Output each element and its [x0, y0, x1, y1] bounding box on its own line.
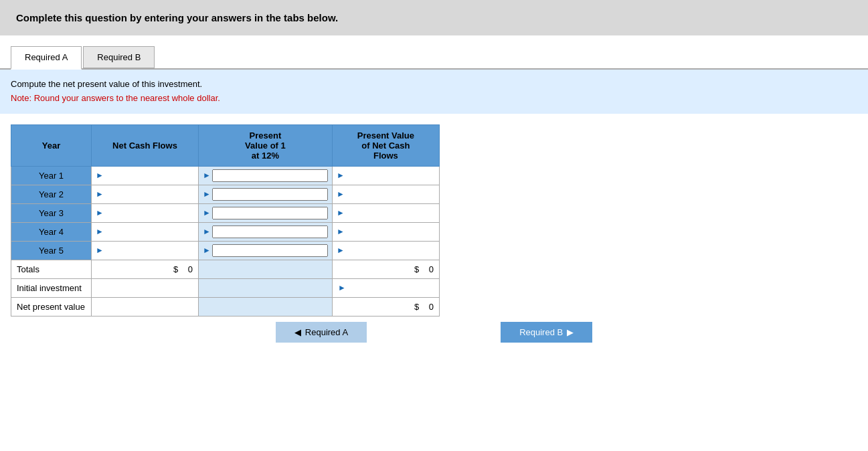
pv1-cell-2: ► — [199, 185, 333, 203]
npv-value-cell: $ 0 — [332, 297, 439, 316]
pv1-cell-5: ► — [199, 241, 333, 260]
tab-required-a[interactable]: Required A — [11, 46, 82, 70]
initial-ncf-empty — [92, 278, 199, 297]
tab-required-b[interactable]: Required B — [83, 46, 155, 68]
instructions-note: Note: Round your answers to the nearest … — [11, 92, 857, 106]
pvncf-cell-2: ► — [332, 185, 439, 203]
totals-label: Totals — [11, 260, 92, 278]
pvncf-cell-1: ► — [332, 166, 439, 185]
pvncf-cell-5: ► — [332, 241, 439, 260]
ncf-input-4[interactable] — [105, 227, 194, 237]
ncf-cell-1: ► — [92, 166, 199, 185]
initial-pvncf-cell: ► — [332, 278, 439, 297]
pvncf-cell-3: ► — [332, 203, 439, 222]
pv1-input-2[interactable] — [212, 188, 328, 201]
arrow-icon-pv1-5: ► — [203, 246, 211, 255]
next-button[interactable]: Required B ▶ — [501, 322, 592, 343]
totals-pvncf-value: 0 — [429, 264, 434, 274]
arrow-icon-pvncf-4: ► — [337, 227, 345, 236]
table-row: Year 5 ► ► ► — [11, 241, 440, 260]
npv-table: Year Net Cash Flows PresentValue of 1at … — [11, 124, 440, 317]
instructions-main: Compute the net present value of this in… — [11, 78, 857, 92]
arrow-icon-2: ► — [96, 189, 104, 199]
initial-pvncf-input[interactable] — [347, 283, 434, 293]
npv-dollar: $ — [414, 302, 419, 312]
pv1-input-5[interactable] — [212, 244, 328, 257]
arrow-icon-initial: ► — [338, 283, 346, 292]
totals-pvncf-dollar: $ — [414, 264, 419, 274]
ncf-input-3[interactable] — [105, 208, 194, 218]
npv-ncf-empty — [92, 297, 199, 316]
arrow-icon-pv1-4: ► — [203, 227, 211, 236]
table-row: Year 1 ► ► ► — [11, 166, 440, 185]
arrow-icon-4: ► — [96, 227, 104, 236]
prev-label: Required A — [305, 327, 348, 337]
pvncf-cell-4: ► — [332, 222, 439, 241]
tabs-container: Required A Required B — [0, 35, 868, 70]
totals-ncf-value: 0 — [188, 264, 193, 274]
table-row: Year 3 ► ► ► — [11, 203, 440, 222]
year-label: Year 1 — [11, 166, 92, 185]
header-year: Year — [11, 124, 92, 166]
pv1-cell-4: ► — [199, 222, 333, 241]
ncf-cell-2: ► — [92, 185, 199, 203]
pv1-input-1[interactable] — [212, 169, 328, 182]
npv-row: Net present value $ 0 — [11, 297, 440, 316]
banner-text: Complete this question by entering your … — [16, 12, 338, 23]
pvncf-input-1[interactable] — [346, 171, 435, 181]
arrow-icon-pv1-2: ► — [203, 189, 211, 199]
year-label: Year 2 — [11, 185, 92, 203]
initial-investment-row: Initial investment ► — [11, 278, 440, 297]
bottom-nav: ◀ Required A Required B ▶ — [11, 322, 857, 349]
header-net-cash-flows: Net Cash Flows — [92, 124, 199, 166]
prev-arrow-icon: ◀ — [294, 327, 301, 337]
initial-label: Initial investment — [11, 278, 92, 297]
ncf-input-2[interactable] — [105, 189, 194, 199]
year-label: Year 4 — [11, 222, 92, 241]
npv-pv1-empty — [199, 297, 333, 316]
next-arrow-icon: ▶ — [567, 327, 574, 337]
arrow-icon-3: ► — [96, 208, 104, 217]
pv1-input-4[interactable] — [212, 225, 328, 238]
ncf-cell-3: ► — [92, 203, 199, 222]
prev-button[interactable]: ◀ Required A — [276, 322, 367, 343]
year-label: Year 5 — [11, 241, 92, 260]
arrow-icon-pvncf-2: ► — [337, 189, 345, 199]
totals-pvncf-cell: $ 0 — [332, 260, 439, 278]
table-row: Year 4 ► ► ► — [11, 222, 440, 241]
totals-ncf-cell: $ 0 — [92, 260, 199, 278]
banner: Complete this question by entering your … — [0, 0, 868, 35]
pv1-cell-1: ► — [199, 166, 333, 185]
arrow-icon-pvncf-5: ► — [337, 246, 345, 255]
arrow-icon-pv1-1: ► — [203, 171, 211, 180]
arrow-icon-pvncf-1: ► — [337, 171, 345, 180]
year-label: Year 3 — [11, 203, 92, 222]
totals-ncf-dollar: $ — [173, 264, 178, 274]
arrow-icon-pv1-3: ► — [203, 208, 211, 217]
pvncf-input-2[interactable] — [346, 189, 435, 199]
pvncf-input-3[interactable] — [346, 208, 435, 218]
totals-pv1-cell — [199, 260, 333, 278]
arrow-icon-5: ► — [96, 246, 104, 255]
ncf-input-1[interactable] — [105, 171, 194, 181]
npv-value: 0 — [429, 302, 434, 312]
pv1-input-3[interactable] — [212, 207, 328, 219]
totals-row: Totals $ 0 $ 0 — [11, 260, 440, 278]
ncf-cell-4: ► — [92, 222, 199, 241]
pv1-cell-3: ► — [199, 203, 333, 222]
ncf-input-5[interactable] — [105, 246, 194, 256]
pvncf-input-5[interactable] — [346, 246, 435, 256]
header-pv-of-1: PresentValue of 1at 12% — [199, 124, 333, 166]
arrow-icon-1: ► — [96, 171, 104, 180]
ncf-cell-5: ► — [92, 241, 199, 260]
table-row: Year 2 ► ► ► — [11, 185, 440, 203]
next-label: Required B — [519, 327, 563, 337]
npv-label: Net present value — [11, 297, 92, 316]
initial-pv1-empty — [199, 278, 333, 297]
content-area: Year Net Cash Flows PresentValue of 1at … — [0, 114, 868, 360]
header-pv-net-cash: Present Valueof Net CashFlows — [332, 124, 439, 166]
arrow-icon-pvncf-3: ► — [337, 208, 345, 217]
pvncf-input-4[interactable] — [346, 227, 435, 237]
instructions-panel: Compute the net present value of this in… — [0, 70, 868, 114]
